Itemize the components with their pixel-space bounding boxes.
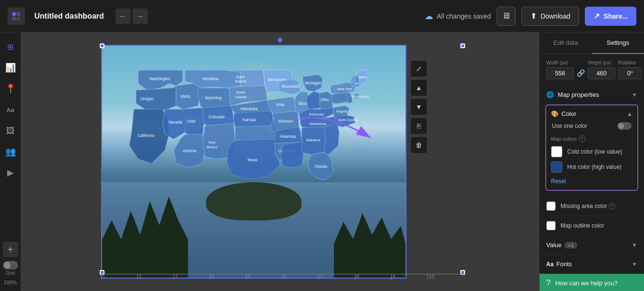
value-badge: +1 xyxy=(564,242,577,249)
share-button[interactable]: ↗ Share... xyxy=(585,7,636,26)
svg-marker-54 xyxy=(281,142,304,168)
layer-down-button[interactable]: ▼ xyxy=(410,98,427,115)
value-section[interactable]: Value +1 ▼ xyxy=(540,236,644,255)
svg-text:Washington: Washington xyxy=(149,76,170,81)
layer-up-button[interactable]: ▲ xyxy=(410,79,427,96)
ruler-mark-5: 5 xyxy=(246,274,282,280)
map-properties-section[interactable]: 🌐 Map properties ▼ xyxy=(540,85,644,104)
grid-switch[interactable] xyxy=(3,261,18,270)
hot-color-swatch[interactable] xyxy=(551,161,562,173)
tab-settings[interactable]: Settings xyxy=(592,32,644,54)
svg-text:Alabama: Alabama xyxy=(306,138,321,142)
use-one-color-label: Use one color xyxy=(552,123,587,129)
canvas-area[interactable]: Washington Oregon California Nevada Idah… xyxy=(21,32,539,291)
color-section-header: 🎨 Color ▲ xyxy=(551,110,633,117)
map-colors-info-icon[interactable]: ? xyxy=(579,135,585,142)
selection-handle-tl[interactable] xyxy=(100,43,104,48)
cold-color-swatch[interactable] xyxy=(551,146,562,157)
help-text: How can we help you? xyxy=(555,280,618,287)
share-icon: ↗ xyxy=(593,11,600,21)
use-one-color-toggle[interactable] xyxy=(617,122,632,130)
add-element-button[interactable]: + xyxy=(3,242,18,257)
help-bar[interactable]: ? How can we help you? xyxy=(540,274,644,291)
sidebar-item-text[interactable]: Aa xyxy=(2,101,19,118)
toggle-knob xyxy=(618,123,624,129)
fonts-section[interactable]: Aa Fonts ▼ xyxy=(540,255,644,274)
hot-color-row: Hot color (high value) xyxy=(551,161,633,173)
map-outline-row: Map outline color xyxy=(540,216,644,236)
layer-down-icon: ▼ xyxy=(415,103,422,111)
sidebar-item-video[interactable]: ▶ xyxy=(2,164,19,181)
redo-button[interactable]: → xyxy=(133,9,148,24)
missing-area-swatch[interactable] xyxy=(546,201,556,211)
panel-tabs: Edit data Settings xyxy=(540,32,644,54)
color-title: 🎨 Color xyxy=(551,110,576,117)
color-chevron-up-icon: ▲ xyxy=(627,111,633,117)
svg-text:Ohio: Ohio xyxy=(321,97,329,102)
svg-text:Idaho: Idaho xyxy=(180,94,190,99)
widget-toolbar: ⤢ ▲ ▼ ⎘ 🗑 xyxy=(410,60,427,154)
download-button[interactable]: ⬆ Download xyxy=(521,7,579,26)
topbar: Untitled dashboard ← → ☁ All changes sav… xyxy=(0,0,644,32)
svg-text:Arizona: Arizona xyxy=(183,148,197,153)
svg-text:North: North xyxy=(236,75,245,79)
map-image-container: Washington Oregon California Nevada Idah… xyxy=(102,46,405,278)
people-icon: 👥 xyxy=(5,146,16,157)
sidebar-item-charts[interactable]: 📊 xyxy=(2,59,19,76)
sidebar-item-people[interactable]: 👥 xyxy=(2,143,19,160)
expand-button[interactable]: ⤢ xyxy=(410,60,427,77)
use-one-color-row: Use one color xyxy=(551,122,633,130)
map-outline-swatch[interactable] xyxy=(546,221,556,230)
delete-button[interactable]: 🗑 xyxy=(410,136,427,154)
cold-color-row: Cold color (low value) xyxy=(551,146,633,157)
download-icon: ⬆ xyxy=(530,11,537,21)
selection-handle-tr[interactable] xyxy=(460,43,465,48)
svg-text:Montana: Montana xyxy=(203,76,218,81)
app-logo xyxy=(8,8,25,25)
rotation-field: Rotation xyxy=(618,60,642,79)
undo-button[interactable]: ← xyxy=(115,9,131,24)
grid-toggle[interactable]: Grid xyxy=(3,261,18,276)
rotation-input[interactable] xyxy=(618,67,642,79)
ruler-mark-6: 6 xyxy=(282,274,319,280)
copy-button[interactable]: ⎘ xyxy=(410,117,427,135)
sidebar-item-image[interactable]: 🖼 xyxy=(2,122,19,139)
sidebar-item-map[interactable]: 📍 xyxy=(2,80,19,97)
selection-handle-top[interactable] xyxy=(278,38,282,42)
expand-icon: ⤢ xyxy=(416,65,422,73)
fonts-chevron-down-icon: ▼ xyxy=(632,261,637,268)
cloud-icon: ☁ xyxy=(425,11,433,21)
monitor-icon: 🖥 xyxy=(502,11,510,21)
zoom-level: 100% xyxy=(3,280,17,285)
sidebar-item-home[interactable]: ⊞ xyxy=(2,38,19,55)
width-input[interactable] xyxy=(546,67,574,79)
chart-icon: 📊 xyxy=(5,62,16,73)
svg-marker-66 xyxy=(324,123,339,155)
video-icon: ▶ xyxy=(7,167,14,178)
canvas-container: Washington Oregon California Nevada Idah… xyxy=(73,35,488,288)
svg-text:Florida: Florida xyxy=(315,164,327,169)
svg-rect-1 xyxy=(17,12,20,15)
rotation-label: Rotation xyxy=(618,60,642,65)
monitor-button[interactable]: 🖥 xyxy=(497,7,516,26)
missing-area-info-icon[interactable]: ? xyxy=(609,203,615,209)
tab-edit-data[interactable]: Edit data xyxy=(540,32,592,54)
width-field: Width (px) xyxy=(546,60,574,79)
chevron-down-icon: ▼ xyxy=(632,92,637,98)
svg-text:Nevada: Nevada xyxy=(168,120,182,125)
svg-marker-57 xyxy=(307,92,321,109)
map-widget[interactable]: Washington Oregon California Nevada Idah… xyxy=(101,45,406,279)
reset-link[interactable]: Reset xyxy=(551,178,566,185)
svg-text:Wyoming: Wyoming xyxy=(205,95,222,100)
main-layout: ⊞ 📊 📍 Aa 🖼 👥 ▶ + Gr xyxy=(0,32,644,291)
hot-color-label: Hot color (high value) xyxy=(567,164,622,170)
delete-icon: 🗑 xyxy=(415,141,422,149)
svg-text:Texas: Texas xyxy=(247,157,258,162)
ruler-mark-1: 1 xyxy=(101,274,137,280)
missing-area-label: Missing area color ? xyxy=(561,203,615,209)
save-status: ☁ All changes saved xyxy=(425,11,491,21)
height-input[interactable] xyxy=(588,67,615,79)
history-controls: ← → xyxy=(115,9,148,24)
ruler-mark-10: 10 xyxy=(427,274,464,280)
add-icon: + xyxy=(8,244,13,255)
